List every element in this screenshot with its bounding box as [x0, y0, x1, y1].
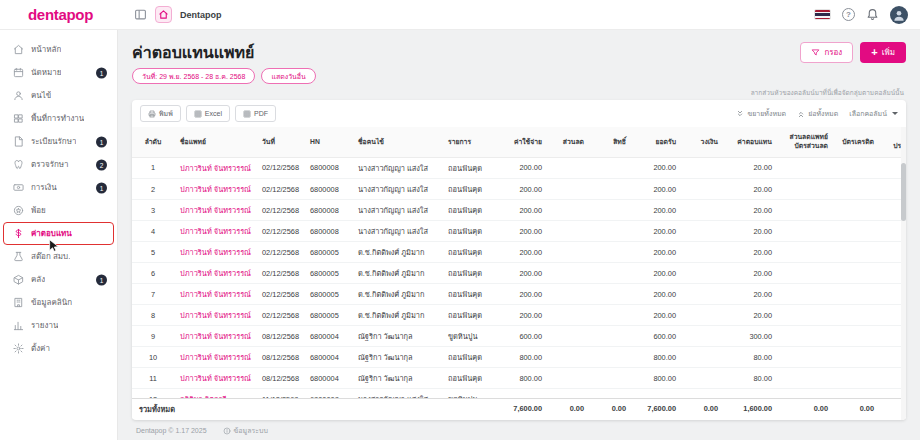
sidebar-item-appointments[interactable]: นัดหมาย1 — [0, 61, 117, 84]
column-header-received[interactable]: ยอดรับ — [632, 127, 682, 157]
column-header-item[interactable]: รายการ — [442, 127, 496, 157]
system-info-link[interactable]: ข้อมูลระบบ — [223, 425, 268, 436]
chevron-down-icon — [892, 112, 898, 115]
sidebar-item-compensation[interactable]: ค่าตอบแทน — [0, 222, 117, 245]
column-header-date[interactable]: วันที่ — [256, 127, 304, 157]
column-header-rights[interactable]: สิทธิ์ — [590, 127, 632, 157]
settings-icon — [13, 343, 24, 354]
column-header-compensation[interactable]: ค่าตอบแทน — [724, 127, 778, 157]
thai-flag-language-icon[interactable] — [814, 9, 831, 20]
doctor-link[interactable]: ปภาวรินท์ จันทรวรรณ์ — [174, 158, 256, 179]
doctor-link[interactable]: อธิติมา จิตอารี — [174, 389, 256, 398]
sidebar-item-home[interactable]: หน้าหลัก — [0, 38, 117, 61]
table-toolbar: พิมพ์ Excel PDF — [132, 100, 906, 127]
column-header-hn[interactable]: HN — [304, 127, 352, 157]
stock-icon — [13, 251, 24, 262]
doctor-link[interactable]: ปภาวรินท์ จันทรวรรณ์ — [174, 326, 256, 347]
excel-button-label: Excel — [205, 110, 222, 117]
sidebar-item-inventory[interactable]: คลัง1 — [0, 268, 117, 291]
doctor-link[interactable]: ปภาวรินท์ จันทรวรรณ์ — [174, 179, 256, 200]
notification-badge: 1 — [96, 182, 107, 193]
doctor-link[interactable]: ปภาวรินท์ จันทรวรรณ์ — [174, 242, 256, 263]
copyright-text: Dentapop © 1.17 2025 — [136, 427, 207, 434]
sidebar-item-workspace[interactable]: พื้นที่การทำงาน — [0, 107, 117, 130]
workspace-icon — [13, 113, 24, 124]
choose-columns-label: เลือกคอลัมน์ — [849, 108, 887, 119]
sidebar-item-label: การเงิน — [31, 181, 57, 194]
column-header-doctor[interactable]: ชื่อแพทย์ — [174, 127, 256, 157]
table-row[interactable]: 5ปภาวรินท์ จันทรวรรณ์02/12/25686800005ด.… — [132, 242, 906, 263]
doctor-link[interactable]: ปภาวรินท์ จันทรวรรณ์ — [174, 221, 256, 242]
filter-button[interactable]: กรอง — [800, 42, 853, 63]
total-row-wrap: รวมทั้งหมด7,600.000.000.007,600.000.001,… — [132, 398, 906, 420]
sidebar-item-medical-records[interactable]: ระเบียนรักษา1 — [0, 130, 117, 153]
page-actions: กรอง + เพิ่ม — [800, 42, 906, 63]
sidebar-item-settings[interactable]: ตั้งค่า — [0, 337, 117, 360]
pdf-export-button[interactable]: PDF — [235, 105, 276, 122]
sidebar-toggle-icon[interactable] — [134, 8, 147, 21]
table-body: 1ปภาวรินท์ จันทรวรรณ์02/12/25686800008นา… — [132, 158, 906, 398]
column-header-discount[interactable]: ส่วนลด — [548, 127, 590, 157]
expand-all-icon — [736, 110, 744, 118]
doctor-link[interactable]: ปภาวรินท์ จันทรวรรณ์ — [174, 263, 256, 284]
clinic-home-icon[interactable] — [155, 6, 172, 23]
table-row[interactable]: 6ปภาวรินท์ จันทรวรรณ์02/12/25686800005ด.… — [132, 263, 906, 284]
system-info-label: ข้อมูลระบบ — [234, 425, 268, 436]
choose-columns-dropdown[interactable]: เลือกคอลัมน์ — [849, 108, 898, 119]
table-row[interactable]: 2ปภาวรินท์ จันทรวรรณ์02/12/25686800008นา… — [132, 179, 906, 200]
column-header-patient[interactable]: ชื่อคนไข้ — [352, 127, 442, 157]
notification-badge: 1 — [96, 67, 107, 78]
table-row[interactable]: 1ปภาวรินท์ จันทรวรรณ์02/12/25686800008นา… — [132, 158, 906, 179]
sidebar-item-patients[interactable]: คนไข้ — [0, 84, 117, 107]
add-button[interactable]: + เพิ่ม — [860, 42, 906, 63]
compensation-table-card: พิมพ์ Excel PDF — [132, 100, 906, 420]
table-row[interactable]: 8ปภาวรินท์ จันทรวรรณ์02/12/25686800005ด.… — [132, 305, 906, 326]
sidebar-item-label: ระเบียนรักษา — [31, 135, 76, 148]
help-icon[interactable]: ? — [842, 8, 855, 21]
doctor-link[interactable]: ปภาวรินท์ จันทรวรรณ์ — [174, 305, 256, 326]
sidebar-item-label: รายงาน — [31, 319, 58, 332]
table-row[interactable]: 11ปภาวรินท์ จันทรวรรณ์08/12/25686800004ณ… — [132, 368, 906, 389]
sidebar-item-label: ข้อมูลคลินิก — [31, 296, 72, 309]
print-button[interactable]: พิมพ์ — [140, 105, 181, 122]
table-row[interactable]: 7ปภาวรินท์ จันทรวรรณ์02/12/25686800005ด.… — [132, 284, 906, 305]
table-row[interactable]: 9ปภาวรินท์ จันทรวรรณ์08/12/25686800004ณั… — [132, 326, 906, 347]
sidebar-item-label: หน้าหลัก — [31, 43, 61, 56]
column-header-doctor_discount[interactable]: ส่วนลดแพทย์บัตรส่วนลด — [778, 127, 834, 157]
doctor-link[interactable]: ปภาวรินท์ จันทรวรรณ์ — [174, 347, 256, 368]
column-header-expense[interactable]: ค่าใช้จ่าย — [496, 127, 548, 157]
sidebar-item-label: พื้นที่การทำงาน — [31, 112, 84, 125]
notification-bell-icon[interactable] — [866, 8, 879, 21]
table-row[interactable]: 3ปภาวรินท์ จันทรวรรณ์02/12/25686800008นา… — [132, 200, 906, 221]
sidebar-item-clinic-info[interactable]: ข้อมูลคลินิก — [0, 291, 117, 314]
column-header-credit_card[interactable]: บัตรเครดิต — [834, 127, 880, 157]
column-header-credit[interactable]: วงเงิน — [682, 127, 724, 157]
footer: Dentapop © 1.17 2025 ข้อมูลระบบ — [132, 425, 906, 436]
expand-all-button[interactable]: ขยายทั้งหมด — [736, 108, 786, 119]
notification-badge: 1 — [96, 274, 107, 285]
doctor-link[interactable]: ปภาวรินท์ จันทรวรรณ์ — [174, 200, 256, 221]
doctor-link[interactable]: ปภาวรินท์ จันทรวรรณ์ — [174, 368, 256, 389]
total-label: รวมทั้งหมด — [132, 398, 496, 419]
scrollbar-thumb[interactable] — [901, 163, 906, 221]
sidebar-item-finance[interactable]: การเงิน1 — [0, 176, 117, 199]
printer-icon — [148, 110, 156, 118]
dentapop-logo: dentapop — [28, 6, 93, 23]
column-header-no[interactable]: ลำดับ — [132, 127, 174, 157]
sidebar-item-reports[interactable]: รายงาน — [0, 314, 117, 337]
table-row[interactable]: 10ปภาวรินท์ จันทรวรรณ์08/12/25686800004ณ… — [132, 347, 906, 368]
table-row[interactable]: 4ปภาวรินท์ จันทรวรรณ์02/12/25686800008นา… — [132, 221, 906, 242]
show-other-days-chip[interactable]: แสดงวันอื่น — [261, 68, 315, 84]
sidebar-item-stock[interactable]: สต๊อก สมบ. — [0, 245, 117, 268]
sidebar-item-examination[interactable]: ตรวจรักษา2 — [0, 153, 117, 176]
user-avatar[interactable] — [890, 6, 908, 24]
app-root: dentapop Dentapop ? หน้าหลักนัดหมาย1คนไข… — [0, 0, 920, 440]
doctor-link[interactable]: ปภาวรินท์ จันทรวรรณ์ — [174, 284, 256, 305]
collapse-all-button[interactable]: ย่อทั้งหมด — [797, 108, 838, 119]
excel-export-button[interactable]: Excel — [186, 105, 230, 122]
table-row[interactable]: 12อธิติมา จิตอารี11/12/25686800008นางสาว… — [132, 389, 906, 398]
sidebar-item-points[interactable]: พ้อย — [0, 199, 117, 222]
vertical-scrollbar[interactable] — [901, 127, 906, 420]
sidebar-item-label: คลัง — [31, 273, 45, 286]
date-range-chip[interactable]: วันที่: 29 พ.ย. 2568 - 28 ธ.ค. 2568 — [132, 68, 255, 84]
